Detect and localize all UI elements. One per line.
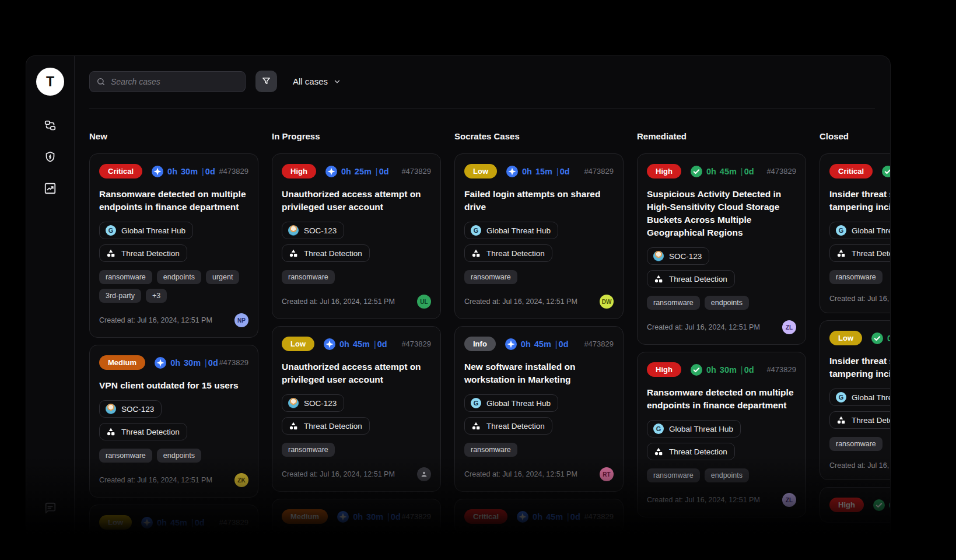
case-card[interactable]: Critical 0h 45m | 0d #473829 Insider thr…	[820, 153, 890, 313]
time-days: 0d	[744, 365, 754, 374]
card-footer: Created at: Jul 16, 2024, 12:51 PM	[829, 295, 890, 303]
source-label: Global Threat Hub	[852, 226, 890, 235]
source-chip: Threat Detection	[829, 244, 890, 262]
tag-list: ransomware	[282, 443, 431, 457]
chart-icon[interactable]	[44, 182, 57, 195]
case-card[interactable]: Low 0h 15m | 0d #473829 Failed login att…	[454, 153, 624, 319]
source-chip: G Global Threat Hub	[464, 222, 558, 239]
priority-badge: Medium	[282, 509, 328, 524]
source-chip: SOC-123	[282, 222, 344, 239]
search-icon	[96, 77, 106, 86]
case-card[interactable]: Low 0h 45m | 0d #473829 Insider threat s…	[820, 320, 890, 480]
time-hours: 0h	[521, 340, 531, 349]
source-label: Threat Detection	[852, 416, 890, 425]
card-footer: Created at: Jul 16, 2024, 12:51 PM ZK	[99, 473, 248, 487]
search-input[interactable]	[111, 77, 239, 86]
card-footer: Created at: Jul 16, 2024, 12:51 PM UL	[282, 295, 431, 309]
message-icon[interactable]	[44, 502, 57, 514]
assignee-avatar: RT	[600, 467, 614, 481]
case-card[interactable]: Low 0h 45m | 0d #473829 Unauthorized acc…	[272, 326, 441, 492]
case-card[interactable]: Low 0h 45m | 0d #473829	[89, 505, 258, 540]
time-minutes: 30m	[181, 167, 198, 176]
time-separator: |	[202, 167, 204, 176]
threat-detection-icon	[106, 248, 116, 258]
case-card[interactable]: High 0h 45m | 0d #473829	[820, 487, 890, 523]
chevron-down-icon	[333, 78, 341, 86]
sla-timer: 0h 30m | 0d	[691, 364, 754, 376]
app-logo[interactable]: T	[36, 68, 64, 96]
sla-timer: 0h 45m | 0d	[505, 338, 569, 350]
case-id: #473829	[401, 512, 431, 521]
case-card[interactable]: High 0h 30m | 0d #473829 Ransomware dete…	[637, 352, 806, 517]
sla-star-icon	[141, 517, 153, 528]
workflow-icon[interactable]	[44, 119, 57, 132]
sla-star-icon	[505, 338, 517, 350]
source-chips: G Global Threat Hub Threat Detection	[647, 420, 796, 460]
time-hours: 0h	[157, 518, 167, 527]
created-at: Created at: Jul 16, 2024, 12:51 PM	[464, 298, 577, 306]
case-card[interactable]: High 0h 25m | 0d #473829 Unauthorized ac…	[272, 153, 441, 319]
tag-list: ransomwareendpoints	[647, 296, 796, 310]
case-id: #473829	[766, 167, 796, 176]
case-card[interactable]: Medium 0h 30m | 0d #473829 VPN client ou…	[89, 345, 258, 498]
case-card[interactable]: Critical 0h 45m | 0d #473829	[454, 499, 624, 534]
source-label: Global Threat Hub	[121, 226, 185, 235]
time-days: 0d	[205, 167, 215, 176]
time-hours: 0h	[889, 501, 890, 510]
sla-timer: 0h 15m | 0d	[506, 166, 570, 177]
board: New Critical 0h 30m | 0d #473829 Ransom	[89, 131, 875, 540]
threat-detection-icon	[288, 248, 299, 258]
time-separator: |	[205, 358, 207, 368]
case-title: Ransomware detected on multiple endpoint…	[99, 188, 248, 214]
sla-star-icon	[155, 357, 166, 369]
tag: ransomware	[647, 296, 700, 310]
time-minutes: 15m	[535, 167, 552, 176]
case-card[interactable]: Critical 0h 30m | 0d #473829 Ransomware …	[89, 153, 258, 338]
case-card[interactable]: Medium 0h 30m | 0d #473829	[272, 499, 441, 534]
source-chip: G Global Threat Hub	[829, 388, 890, 406]
time-days: 0d	[559, 340, 569, 349]
shield-icon[interactable]	[44, 150, 57, 163]
time-hours: 0h	[706, 365, 716, 374]
time-minutes: 45m	[720, 167, 737, 176]
source-chip: Threat Detection	[282, 244, 370, 262]
case-card[interactable]: High 0h 45m | 0d #473829 Suspicious Acti…	[637, 153, 806, 345]
created-at: Created at: Jul 16, 2024, 12:51 PM	[829, 295, 890, 303]
time-hours: 0h	[887, 334, 890, 343]
source-label: Threat Detection	[121, 249, 180, 258]
time-separator: |	[191, 518, 194, 527]
time-hours: 0h	[167, 167, 177, 176]
card-header: Low 0h 45m | 0d #473829	[282, 337, 431, 351]
main-area: All cases New Critical 0h	[75, 56, 890, 560]
time-days: 0d	[379, 167, 389, 176]
card-header: Critical 0h 45m | 0d #473829	[464, 509, 614, 524]
board-column: Socrates Cases Low 0h 15m | 0d #473829	[454, 131, 624, 534]
tag-list: ransomware	[829, 270, 890, 284]
source-chips: G Global Threat Hub Threat Detection	[464, 222, 614, 262]
source-label: SOC-123	[121, 405, 154, 414]
case-card[interactable]: Info 0h 45m | 0d #473829 New software in…	[454, 326, 624, 492]
tag: endpoints	[157, 449, 201, 463]
time-days: 0d	[560, 167, 570, 176]
filter-button[interactable]	[255, 71, 277, 92]
tag: ransomware	[282, 270, 335, 284]
case-title: Ransomware detected on multiple endpoint…	[647, 386, 796, 412]
case-id: #473829	[401, 340, 431, 348]
created-at: Created at: Jul 16, 2024, 12:51 PM	[647, 496, 760, 504]
time-minutes: 45m	[353, 340, 370, 349]
time-minutes: 30m	[366, 512, 383, 522]
threat-detection-icon	[471, 421, 481, 431]
assignee-avatar: UL	[417, 295, 431, 309]
case-title: New software installed on workstation in…	[464, 360, 614, 386]
source-label: Threat Detection	[669, 447, 727, 456]
column-title: Socrates Cases	[454, 131, 624, 141]
sla-star-icon	[506, 166, 518, 177]
card-footer: Created at: Jul 16, 2024, 12:51 PM ZL	[647, 493, 796, 507]
time-separator: |	[374, 340, 376, 349]
priority-badge: Low	[464, 164, 497, 178]
source-chips: SOC-123 Threat Detection	[647, 247, 796, 288]
cases-filter-dropdown[interactable]: All cases	[293, 76, 341, 86]
time-separator: |	[741, 365, 743, 374]
source-chip: Threat Detection	[282, 417, 370, 435]
sla-timer: 0h 45m | 0d	[141, 517, 205, 528]
